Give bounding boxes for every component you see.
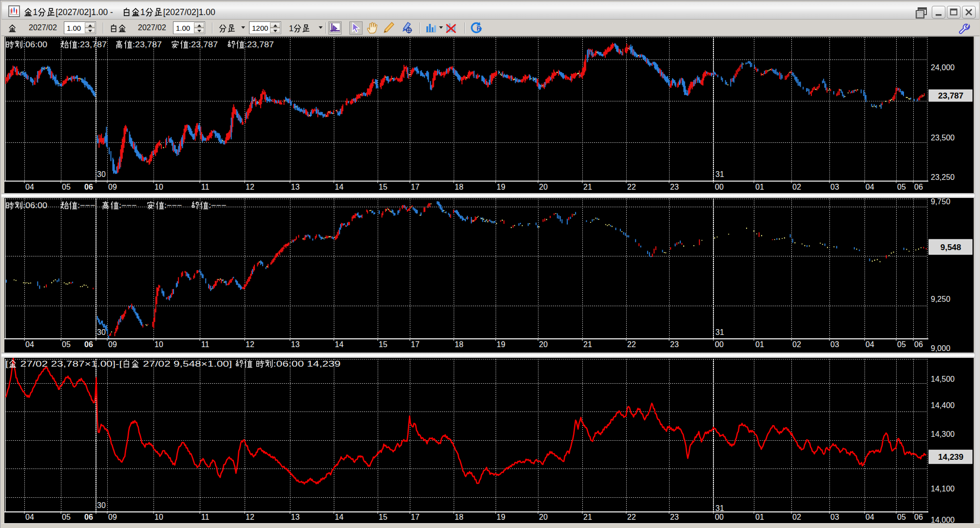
svg-text:19: 19 [497,513,505,521]
svg-text:20: 20 [539,513,548,521]
svg-text:20: 20 [539,340,548,349]
svg-text:22: 22 [627,340,636,349]
svg-text:17: 17 [411,340,420,349]
svg-text::−−−: :−−− [164,201,182,210]
svg-text:1: 1 [289,24,293,33]
svg-text:23,500: 23,500 [931,134,955,142]
svg-text:05: 05 [62,513,71,521]
svg-text:06: 06 [914,340,923,349]
svg-text:9,750: 9,750 [931,198,950,206]
svg-text:00: 00 [715,183,724,191]
svg-text:22: 22 [627,513,636,521]
svg-text:11: 11 [201,513,210,521]
svg-text:05: 05 [62,183,71,191]
svg-text:17: 17 [411,513,420,521]
svg-text::23,787: :23,787 [189,40,218,49]
svg-text:13: 13 [291,340,300,349]
svg-text:02: 02 [792,340,801,349]
svg-text:10: 10 [154,340,163,349]
svg-text:14,000: 14,000 [931,516,955,524]
svg-text:23,250: 23,250 [931,173,955,181]
svg-text:09: 09 [108,183,117,191]
svg-text:21: 21 [583,340,592,349]
svg-text:04: 04 [25,183,34,191]
svg-text:10: 10 [154,183,163,191]
svg-text:19: 19 [497,183,505,191]
svg-text::23,787: :23,787 [77,40,107,49]
svg-text:27/02 23,787×1.00]-[: 27/02 23,787×1.00]-[ [17,359,122,369]
svg-text:18: 18 [455,513,463,521]
svg-text:24,000: 24,000 [931,63,955,72]
svg-text:R: R [477,25,481,32]
svg-text:14,300: 14,300 [931,430,955,438]
svg-text:06: 06 [84,340,93,349]
svg-text:30: 30 [97,501,106,509]
svg-text:30: 30 [97,170,106,178]
svg-text:02: 02 [792,183,801,191]
svg-text::−−−: :−−− [209,201,227,210]
svg-text:02: 02 [792,513,801,521]
svg-text:15: 15 [379,340,387,349]
svg-text:11: 11 [201,183,210,191]
svg-text:20: 20 [539,183,548,191]
svg-text:15: 15 [379,183,387,191]
svg-text::06:00 14,239: :06:00 14,239 [273,359,341,369]
svg-text:14: 14 [335,183,344,191]
svg-text:09: 09 [108,513,117,521]
svg-text:21: 21 [583,183,592,191]
svg-text:01: 01 [755,183,764,191]
svg-text:04: 04 [25,340,34,349]
svg-text:03: 03 [830,183,839,191]
svg-text:09: 09 [108,340,117,349]
svg-text:9,250: 9,250 [931,295,950,303]
svg-text:05: 05 [897,513,906,521]
svg-text:06: 06 [84,183,93,191]
svg-text:04: 04 [25,513,34,521]
svg-text:15: 15 [379,513,387,521]
svg-text:00: 00 [715,513,724,521]
svg-text:13: 13 [291,513,300,521]
svg-text:05: 05 [62,340,71,349]
svg-text:17: 17 [411,183,420,191]
svg-text:14,500: 14,500 [931,375,955,383]
svg-text:04: 04 [865,340,874,349]
svg-text:31: 31 [715,328,724,336]
svg-text:14: 14 [335,340,344,349]
svg-text:14,100: 14,100 [931,485,955,493]
svg-text::23,787: :23,787 [245,40,274,49]
svg-text:23: 23 [670,183,679,191]
svg-text:9,000: 9,000 [931,344,950,352]
svg-text:14,400: 14,400 [931,401,955,410]
svg-text:04: 04 [865,183,874,191]
svg-text:18: 18 [455,340,463,349]
svg-text:03: 03 [830,340,839,349]
svg-text:12: 12 [246,340,254,349]
svg-text:30: 30 [97,328,106,336]
svg-text::06:00: :06:00 [23,40,47,49]
svg-text:11: 11 [201,340,210,349]
svg-text:14: 14 [335,513,344,521]
svg-text:[: [ [5,359,9,369]
svg-text:23: 23 [670,340,679,349]
svg-text:01: 01 [755,340,764,349]
svg-text:06: 06 [84,513,93,521]
svg-text::−−−: :−−− [119,201,137,210]
svg-text::06:00: :06:00 [23,201,47,210]
svg-text:27/02 9,548×1.00]: 27/02 9,548×1.00] [140,359,235,369]
svg-text:31: 31 [715,170,724,178]
svg-text:05: 05 [897,340,906,349]
svg-text:05: 05 [897,183,906,191]
svg-text:23,787: 23,787 [938,91,963,100]
svg-text:04: 04 [865,513,874,521]
svg-text:14,239: 14,239 [938,452,963,462]
svg-text:18: 18 [455,183,463,191]
svg-text::−−−: :−−− [77,201,96,210]
svg-text:31: 31 [715,504,724,512]
svg-text::23,787: :23,787 [133,40,162,49]
svg-text:12: 12 [246,183,254,191]
svg-text:00: 00 [715,340,724,349]
svg-text:13: 13 [291,183,300,191]
svg-text:9,548: 9,548 [941,243,961,252]
svg-text:06: 06 [914,183,923,191]
svg-text:10: 10 [154,513,163,521]
